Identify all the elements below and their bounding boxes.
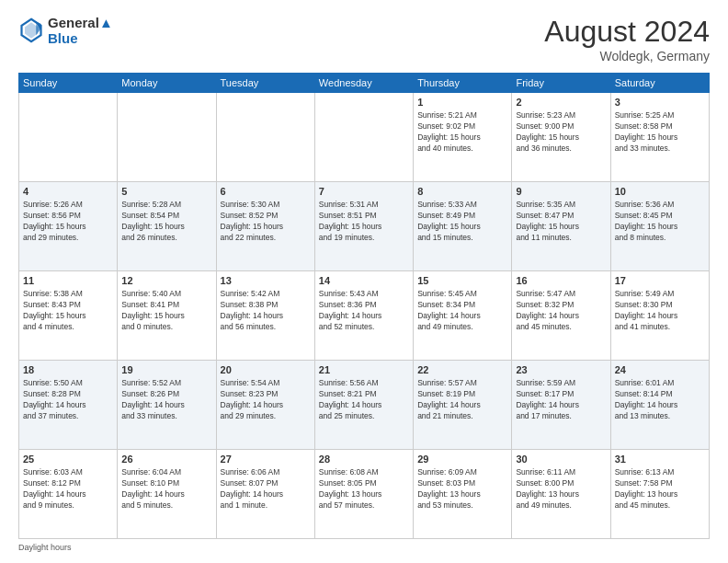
svg-marker-2 [25, 23, 38, 40]
calendar-cell: 30Sunrise: 6:11 AM Sunset: 8:00 PM Dayli… [512, 450, 610, 539]
calendar-header-row: SundayMondayTuesdayWednesdayThursdayFrid… [19, 74, 710, 93]
day-info: Sunrise: 5:25 AM Sunset: 8:58 PM Dayligh… [615, 110, 705, 155]
col-header-wednesday: Wednesday [314, 74, 413, 93]
week-row-1: 4Sunrise: 5:26 AM Sunset: 8:56 PM Daylig… [19, 182, 710, 271]
page-header: General▲ Blue August 2024 Woldegk, Germa… [18, 15, 710, 63]
col-header-sunday: Sunday [19, 74, 118, 93]
calendar-cell: 7Sunrise: 5:31 AM Sunset: 8:51 PM Daylig… [314, 182, 413, 271]
day-number: 9 [516, 185, 606, 199]
col-header-monday: Monday [118, 74, 216, 93]
day-number: 1 [417, 96, 507, 109]
calendar-cell: 26Sunrise: 6:04 AM Sunset: 8:10 PM Dayli… [118, 450, 216, 539]
day-info: Sunrise: 5:42 AM Sunset: 8:38 PM Dayligh… [221, 289, 311, 333]
calendar-cell: 24Sunrise: 6:01 AM Sunset: 8:14 PM Dayli… [610, 361, 709, 450]
calendar-cell: 9Sunrise: 5:35 AM Sunset: 8:47 PM Daylig… [512, 182, 610, 271]
day-number: 14 [319, 274, 409, 288]
logo-text: General▲ Blue [48, 15, 113, 47]
day-info: Sunrise: 5:54 AM Sunset: 8:23 PM Dayligh… [221, 378, 311, 422]
day-info: Sunrise: 6:13 AM Sunset: 7:58 PM Dayligh… [615, 467, 705, 511]
calendar-cell: 23Sunrise: 5:59 AM Sunset: 8:17 PM Dayli… [512, 361, 610, 450]
day-info: Sunrise: 5:33 AM Sunset: 8:49 PM Dayligh… [417, 200, 507, 244]
day-number: 10 [615, 185, 705, 199]
day-number: 31 [615, 453, 705, 466]
day-info: Sunrise: 6:06 AM Sunset: 8:07 PM Dayligh… [221, 467, 311, 511]
footer-note: Daylight hours [18, 543, 710, 552]
day-number: 27 [221, 453, 311, 466]
title-block: August 2024 Woldegk, Germany [544, 15, 710, 63]
day-number: 7 [319, 185, 409, 199]
day-number: 4 [23, 185, 113, 199]
calendar-cell [314, 93, 413, 182]
day-info: Sunrise: 5:52 AM Sunset: 8:26 PM Dayligh… [121, 378, 211, 422]
calendar-cell: 20Sunrise: 5:54 AM Sunset: 8:23 PM Dayli… [216, 361, 314, 450]
day-number: 19 [121, 363, 211, 377]
week-row-3: 18Sunrise: 5:50 AM Sunset: 8:28 PM Dayli… [19, 361, 710, 450]
day-number: 30 [516, 453, 606, 466]
calendar-cell: 5Sunrise: 5:28 AM Sunset: 8:54 PM Daylig… [118, 182, 216, 271]
day-info: Sunrise: 5:26 AM Sunset: 8:56 PM Dayligh… [23, 200, 113, 244]
calendar-cell: 22Sunrise: 5:57 AM Sunset: 8:19 PM Dayli… [414, 361, 512, 450]
calendar-cell: 6Sunrise: 5:30 AM Sunset: 8:52 PM Daylig… [216, 182, 314, 271]
day-info: Sunrise: 5:35 AM Sunset: 8:47 PM Dayligh… [516, 200, 606, 244]
day-number: 17 [615, 274, 705, 288]
day-number: 24 [615, 363, 705, 377]
calendar-cell: 12Sunrise: 5:40 AM Sunset: 8:41 PM Dayli… [118, 271, 216, 361]
week-row-2: 11Sunrise: 5:38 AM Sunset: 8:43 PM Dayli… [19, 271, 710, 361]
day-number: 25 [23, 453, 113, 466]
day-number: 8 [417, 185, 507, 199]
day-number: 16 [516, 274, 606, 288]
day-info: Sunrise: 5:40 AM Sunset: 8:41 PM Dayligh… [121, 289, 211, 333]
calendar-cell [118, 93, 216, 182]
day-number: 22 [417, 363, 507, 377]
calendar-cell: 10Sunrise: 5:36 AM Sunset: 8:45 PM Dayli… [610, 182, 709, 271]
day-info: Sunrise: 6:09 AM Sunset: 8:03 PM Dayligh… [417, 467, 507, 511]
day-info: Sunrise: 5:43 AM Sunset: 8:36 PM Dayligh… [319, 289, 409, 333]
day-info: Sunrise: 6:08 AM Sunset: 8:05 PM Dayligh… [319, 467, 409, 511]
calendar-cell: 11Sunrise: 5:38 AM Sunset: 8:43 PM Dayli… [19, 271, 118, 361]
calendar-cell: 17Sunrise: 5:49 AM Sunset: 8:30 PM Dayli… [610, 271, 709, 361]
col-header-friday: Friday [512, 74, 610, 93]
day-number: 15 [417, 274, 507, 288]
day-info: Sunrise: 5:45 AM Sunset: 8:34 PM Dayligh… [417, 289, 507, 333]
day-info: Sunrise: 5:56 AM Sunset: 8:21 PM Dayligh… [319, 378, 409, 422]
day-number: 5 [121, 185, 211, 199]
day-info: Sunrise: 5:38 AM Sunset: 8:43 PM Dayligh… [23, 289, 113, 333]
calendar-cell: 25Sunrise: 6:03 AM Sunset: 8:12 PM Dayli… [19, 450, 118, 539]
calendar-cell: 3Sunrise: 5:25 AM Sunset: 8:58 PM Daylig… [610, 93, 709, 182]
day-number: 6 [221, 185, 311, 199]
logo-icon [18, 17, 44, 43]
day-info: Sunrise: 6:11 AM Sunset: 8:00 PM Dayligh… [516, 467, 606, 511]
day-number: 21 [319, 363, 409, 377]
day-info: Sunrise: 6:03 AM Sunset: 8:12 PM Dayligh… [23, 467, 113, 511]
calendar-cell: 14Sunrise: 5:43 AM Sunset: 8:36 PM Dayli… [314, 271, 413, 361]
day-info: Sunrise: 5:49 AM Sunset: 8:30 PM Dayligh… [615, 289, 705, 333]
logo: General▲ Blue [18, 15, 113, 47]
day-number: 13 [221, 274, 311, 288]
calendar-cell: 1Sunrise: 5:21 AM Sunset: 9:02 PM Daylig… [414, 93, 512, 182]
calendar-cell: 28Sunrise: 6:08 AM Sunset: 8:05 PM Dayli… [314, 450, 413, 539]
calendar-cell: 27Sunrise: 6:06 AM Sunset: 8:07 PM Dayli… [216, 450, 314, 539]
calendar-cell: 4Sunrise: 5:26 AM Sunset: 8:56 PM Daylig… [19, 182, 118, 271]
day-info: Sunrise: 5:47 AM Sunset: 8:32 PM Dayligh… [516, 289, 606, 333]
day-number: 26 [121, 453, 211, 466]
day-info: Sunrise: 5:36 AM Sunset: 8:45 PM Dayligh… [615, 200, 705, 244]
day-info: Sunrise: 5:31 AM Sunset: 8:51 PM Dayligh… [319, 200, 409, 244]
day-info: Sunrise: 5:21 AM Sunset: 9:02 PM Dayligh… [417, 110, 507, 155]
day-number: 2 [516, 96, 606, 109]
day-info: Sunrise: 6:04 AM Sunset: 8:10 PM Dayligh… [121, 467, 211, 511]
day-info: Sunrise: 5:50 AM Sunset: 8:28 PM Dayligh… [23, 378, 113, 422]
calendar-cell: 19Sunrise: 5:52 AM Sunset: 8:26 PM Dayli… [118, 361, 216, 450]
day-info: Sunrise: 5:30 AM Sunset: 8:52 PM Dayligh… [221, 200, 311, 244]
day-number: 23 [516, 363, 606, 377]
day-number: 3 [615, 96, 705, 109]
day-number: 29 [417, 453, 507, 466]
day-number: 12 [121, 274, 211, 288]
calendar-cell: 8Sunrise: 5:33 AM Sunset: 8:49 PM Daylig… [414, 182, 512, 271]
calendar-cell: 18Sunrise: 5:50 AM Sunset: 8:28 PM Dayli… [19, 361, 118, 450]
calendar-cell: 21Sunrise: 5:56 AM Sunset: 8:21 PM Dayli… [314, 361, 413, 450]
calendar-cell: 15Sunrise: 5:45 AM Sunset: 8:34 PM Dayli… [414, 271, 512, 361]
calendar-cell [19, 93, 118, 182]
day-number: 11 [23, 274, 113, 288]
day-number: 18 [23, 363, 113, 377]
day-info: Sunrise: 6:01 AM Sunset: 8:14 PM Dayligh… [615, 378, 705, 422]
